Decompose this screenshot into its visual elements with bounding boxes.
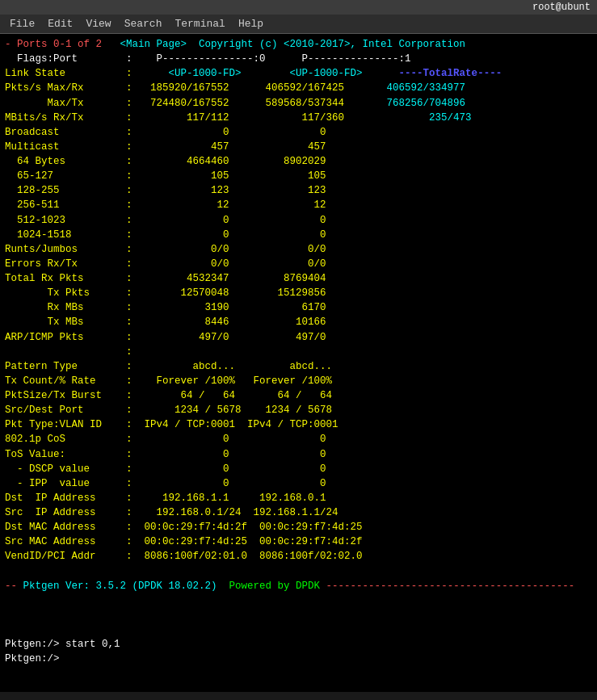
menu-item-edit[interactable]: Edit	[41, 16, 79, 31]
menu-item-view[interactable]: View	[79, 16, 117, 31]
menu-item-terminal[interactable]: Terminal	[168, 16, 231, 31]
menu-bar: FileEditViewSearchTerminalHelp	[0, 15, 597, 34]
menu-item-search[interactable]: Search	[118, 16, 169, 31]
title-bar: root@ubunt	[0, 0, 597, 15]
menu-item-help[interactable]: Help	[232, 16, 270, 31]
terminal[interactable]: - Ports 0-1 of 2 <Main Page> Copyright (…	[0, 34, 597, 692]
menu-item-file[interactable]: File	[3, 16, 41, 31]
title-text: root@ubunt	[532, 2, 591, 13]
